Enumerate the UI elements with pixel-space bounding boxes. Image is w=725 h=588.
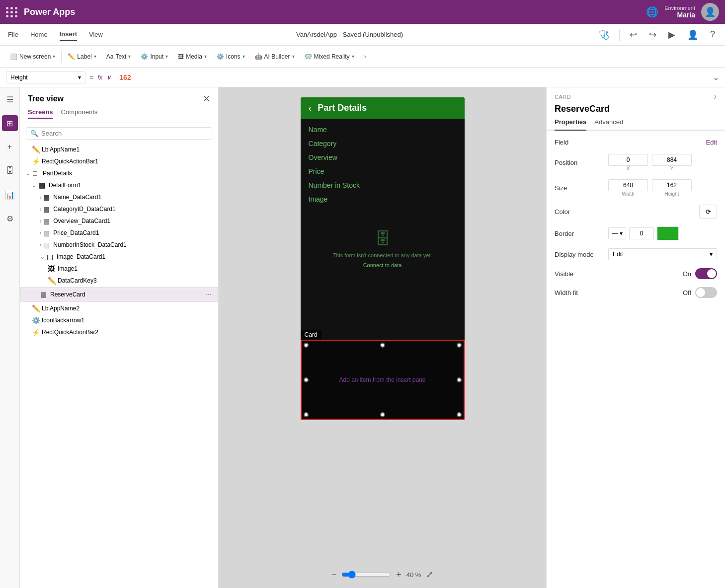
tree-item-image-datacard1[interactable]: ▤ Image_DataCard1 [20,251,218,263]
visible-toggle[interactable] [695,268,717,279]
border-style-select[interactable]: — ▾ [608,227,626,239]
tree-label: PartDetails [43,170,212,177]
prop-displaymode-row: Display mode Edit ▾ [555,248,717,260]
tree-item-rectquickactionbar1[interactable]: ⚡ RectQuickActionBar1 [20,155,218,167]
empty-form-text: This form isn't connected to any data ye… [332,252,432,258]
formula-value[interactable]: 162 [115,74,709,81]
tree-item-reservecard[interactable]: ▤ ReserveCard ··· [20,288,218,301]
tree-item-overview-datacard1[interactable]: ▤ Overview_DataCard1 [20,215,218,227]
redo-button[interactable]: ↪ [647,27,658,42]
card-selected-area[interactable]: Add an item from the insert pane [301,340,465,420]
ai-builder-button[interactable]: 🤖 AI Builder ▾ [251,51,299,62]
handle-bottom-left[interactable] [304,412,309,417]
zoom-in-button[interactable]: + [396,570,402,580]
handle-bottom-center[interactable] [380,412,385,417]
x-pair: X [608,154,648,171]
tab-advanced[interactable]: Advanced [594,118,623,130]
handle-top-left[interactable] [304,343,309,348]
formula-expand-icon[interactable]: ⌄ [713,73,719,82]
media-icon: 🖼 [178,53,184,60]
settings-icon[interactable]: ⚙ [2,211,18,226]
help-button[interactable]: ? [708,27,717,42]
menu-view[interactable]: View [89,29,103,40]
tree-label: NumberInStock_DataCard1 [53,241,212,248]
hamburger-icon[interactable]: ☰ [2,91,18,107]
field-edit-button[interactable]: Edit [706,139,717,146]
input-button[interactable]: ⚙️ Input ▾ [137,51,172,62]
tree-item-partdetails[interactable]: □ PartDetails [20,167,218,179]
tree-item-datacardkey3[interactable]: ✏️ DataCardKey3 [20,275,218,287]
text-button[interactable]: Aa Text ▾ [102,51,135,62]
tree-item-numberinstock-datacard1[interactable]: ▤ NumberInStock_DataCard1 [20,239,218,251]
tree-item-name-datacard1[interactable]: ▤ Name_DataCard1 [20,191,218,203]
layers-icon[interactable]: ⊞ [2,115,18,131]
tree-close-button[interactable]: ✕ [203,93,210,104]
mixed-reality-button[interactable]: 🥽 Mixed Reality ▾ [301,51,358,62]
tab-properties[interactable]: Properties [555,118,586,131]
more-toolbar-button[interactable]: › [360,51,370,62]
handle-mid-right[interactable] [457,377,462,382]
media-button[interactable]: 🖼 Media ▾ [174,51,211,62]
health-icon[interactable]: 🩺 [596,27,611,42]
tree-label: DetailForm1 [49,182,212,189]
width-label: Width [608,191,648,197]
color-swatch[interactable]: ⟳ [699,205,717,219]
zoom-out-button[interactable]: − [331,570,337,580]
back-icon: ⚙️ [32,316,40,324]
zoom-slider[interactable] [341,571,391,579]
undo-button[interactable]: ↩ [628,27,639,42]
prop-border-row: Border — ▾ [555,226,717,240]
tree-item-price-datacard1[interactable]: ▤ Price_DataCard1 [20,227,218,239]
border-style-chevron: ▾ [620,230,623,237]
border-width-input[interactable] [629,227,654,239]
tab-screens[interactable]: Screens [28,108,53,119]
add-icon[interactable]: + [2,139,18,155]
menu-home[interactable]: Home [30,29,48,40]
widthfit-toggle[interactable] [695,287,717,298]
more-options-icon[interactable]: ··· [205,290,212,299]
position-x-input[interactable] [608,154,648,166]
waffle-icon[interactable] [6,7,18,17]
property-selector[interactable]: Height ▾ [6,72,85,83]
displaymode-dropdown[interactable]: Edit ▾ [608,248,717,260]
equals-sign: = [89,74,93,81]
data-icon[interactable]: 🗄 [2,163,18,179]
menu-insert[interactable]: Insert [60,28,77,41]
analytics-icon[interactable]: 📊 [2,187,18,203]
label-button[interactable]: ✏️ Label ▾ [64,51,100,62]
handle-bottom-right[interactable] [457,412,462,417]
menu-file[interactable]: File [8,29,18,40]
icons-button[interactable]: ⚙️ Icons ▾ [213,51,249,62]
tree-item-category-datacard1[interactable]: ▤ CategoryID_DataCard1 [20,203,218,215]
handle-top-right[interactable] [457,343,462,348]
tree-item-lblappname1[interactable]: ✏️ LblAppName1 [20,144,218,155]
border-color-swatch[interactable] [657,226,679,240]
new-screen-button[interactable]: ⬜ New screen ▾ [6,51,59,62]
prop-field-row: Field Edit [555,139,717,146]
phone-field-price: Price [309,164,457,178]
search-input[interactable] [41,130,208,137]
fullscreen-icon[interactable]: ⤢ [426,569,433,580]
prop-position-row: Position X Y [555,154,717,171]
top-bar: Power Apps 🌐 Environment Maria 👤 [0,0,725,24]
play-button[interactable]: ▶ [666,27,677,42]
height-input[interactable] [652,179,692,191]
width-input[interactable] [608,179,648,191]
avatar[interactable]: 👤 [701,3,719,21]
connect-data-link[interactable]: Connect to data [363,262,402,268]
tree-item-image1[interactable]: 🖼 Image1 [20,263,218,275]
position-y-input[interactable] [652,154,692,166]
visible-label: Visible [555,270,604,278]
tree-item-rectquickactionbar2[interactable]: ⚡ RectQuickActionBar2 [20,326,218,338]
tree-item-detailform1[interactable]: ▤ DetailForm1 [20,179,218,191]
handle-top-center[interactable] [380,343,385,348]
screen-icon: □ [33,169,41,177]
handle-mid-left[interactable] [304,377,309,382]
properties-panel: CARD › ReserveCard Properties Advanced F… [546,87,725,588]
expand-icon [32,182,37,189]
tree-item-lblappname2[interactable]: ✏️ LblAppName2 [20,302,218,314]
tree-item-iconbackarrow1[interactable]: ⚙️ IconBackarrow1 [20,314,218,326]
tab-components[interactable]: Components [61,108,98,119]
tree-label: Name_DataCard1 [53,194,212,201]
share-button[interactable]: 👤 [685,27,700,42]
